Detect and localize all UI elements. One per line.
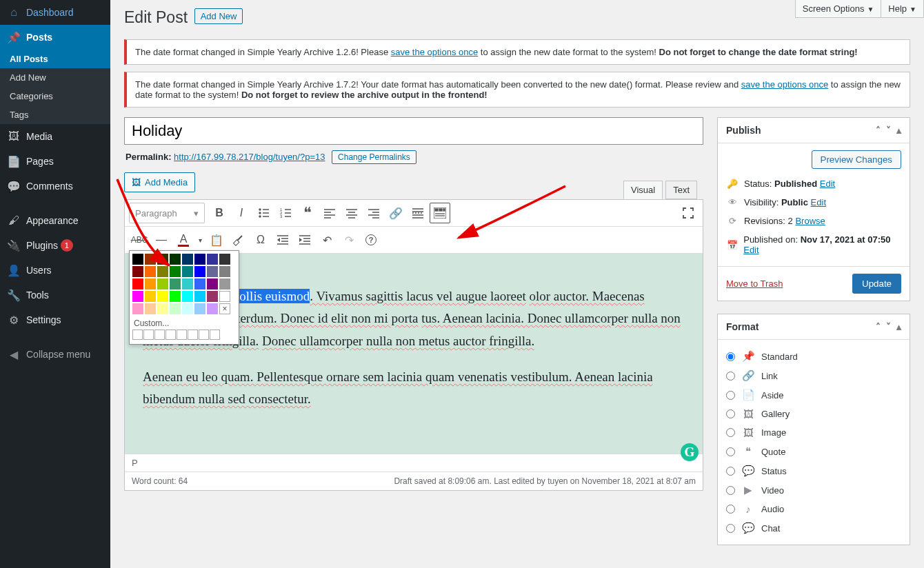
color-swatch[interactable] xyxy=(170,254,181,265)
caret-up-icon[interactable]: ▴ xyxy=(896,125,901,136)
hr-button[interactable]: — xyxy=(151,230,172,250)
color-swatch[interactable] xyxy=(132,266,143,277)
submenu-all-posts[interactable]: All Posts xyxy=(0,50,110,68)
color-swatch[interactable] xyxy=(207,291,218,302)
format-radio-audio[interactable] xyxy=(726,505,735,514)
outdent-button[interactable] xyxy=(272,230,293,250)
color-clear-button[interactable]: × xyxy=(219,303,230,314)
submenu-tags[interactable]: Tags xyxy=(0,105,110,124)
color-swatch[interactable] xyxy=(194,266,205,277)
browse-revisions-link[interactable]: Browse xyxy=(795,216,825,226)
sidebar-item-plugins[interactable]: 🔌Plugins1 xyxy=(0,233,110,258)
color-swatch[interactable] xyxy=(219,291,230,302)
format-item-video[interactable]: ▶Video xyxy=(726,480,901,500)
sidebar-item-users[interactable]: 👤Users xyxy=(0,258,110,283)
format-radio-aside[interactable] xyxy=(726,391,735,400)
color-swatch[interactable] xyxy=(132,291,143,302)
publish-box-header[interactable]: Publish ˄˅▴ xyxy=(718,118,910,143)
color-swatch[interactable] xyxy=(194,254,205,265)
blockquote-button[interactable]: ❝ xyxy=(297,203,318,223)
text-color-button[interactable]: A xyxy=(173,230,194,250)
edit-visibility-link[interactable]: Edit xyxy=(811,197,826,207)
clear-format-button[interactable] xyxy=(228,230,249,250)
special-char-button[interactable]: Ω xyxy=(250,230,271,250)
screen-options-button[interactable]: Screen Options▼ xyxy=(795,0,882,18)
paste-text-button[interactable]: 📋 xyxy=(206,230,227,250)
color-swatch[interactable] xyxy=(170,291,181,302)
redo-button[interactable]: ↷ xyxy=(339,230,359,250)
sidebar-item-posts[interactable]: 📌Posts xyxy=(0,25,110,50)
sidebar-item-appearance[interactable]: 🖌Appearance xyxy=(0,208,110,233)
format-box-header[interactable]: Format ˄˅▴ xyxy=(718,314,910,340)
color-custom-slot[interactable] xyxy=(210,329,220,340)
color-swatch[interactable] xyxy=(207,254,218,265)
format-radio-standard[interactable] xyxy=(726,352,735,361)
color-swatch[interactable] xyxy=(182,254,193,265)
submenu-categories[interactable]: Categories xyxy=(0,87,110,105)
color-swatch[interactable] xyxy=(157,278,168,290)
format-item-link[interactable]: 🔗Link xyxy=(726,366,901,385)
color-custom-slot[interactable] xyxy=(132,329,143,340)
move-to-trash-link[interactable]: Move to Trash xyxy=(726,278,783,289)
format-item-chat[interactable]: 💬Chat xyxy=(726,518,901,538)
format-radio-gallery[interactable] xyxy=(726,409,735,418)
format-radio-chat[interactable] xyxy=(726,524,735,533)
color-swatch[interactable] xyxy=(182,266,193,277)
sidebar-item-comments[interactable]: 💬Comments xyxy=(0,174,110,199)
format-item-audio[interactable]: ♪Audio xyxy=(726,500,901,518)
color-swatch[interactable] xyxy=(182,303,193,314)
color-swatch[interactable] xyxy=(157,266,168,277)
collapse-menu[interactable]: ◀Collapse menu xyxy=(0,342,110,367)
color-custom-slot[interactable] xyxy=(143,329,154,340)
paragraph-select[interactable]: Paragraph▾ xyxy=(129,203,205,223)
color-swatch[interactable] xyxy=(145,278,156,290)
chevron-up-icon[interactable]: ˄ xyxy=(876,321,881,332)
color-swatch[interactable] xyxy=(182,291,193,302)
fullscreen-button[interactable] xyxy=(678,203,699,223)
save-options-link-2[interactable]: save the options once xyxy=(741,79,828,90)
change-permalinks-button[interactable]: Change Permalinks xyxy=(332,150,416,164)
format-radio-link[interactable] xyxy=(726,372,735,381)
sidebar-item-media[interactable]: 🖼Media xyxy=(0,124,110,149)
color-swatch[interactable] xyxy=(219,254,230,265)
color-custom-slot[interactable] xyxy=(154,329,165,340)
color-swatch[interactable] xyxy=(157,303,168,314)
bold-button[interactable]: B xyxy=(209,203,230,223)
color-swatch[interactable] xyxy=(207,278,218,290)
color-swatch[interactable] xyxy=(132,303,143,314)
color-swatch[interactable] xyxy=(132,278,143,290)
link-button[interactable]: 🔗 xyxy=(385,203,406,223)
strikethrough-button[interactable]: ABC xyxy=(129,230,150,250)
tab-text[interactable]: Text xyxy=(665,181,697,199)
align-right-button[interactable] xyxy=(363,203,384,223)
sidebar-item-pages[interactable]: 📄Pages xyxy=(0,149,110,174)
color-swatch[interactable] xyxy=(194,303,205,314)
chevron-up-icon[interactable]: ˄ xyxy=(876,125,881,136)
color-swatch[interactable] xyxy=(219,266,230,277)
color-swatch[interactable] xyxy=(157,254,168,265)
color-swatch[interactable] xyxy=(170,303,181,314)
format-item-image[interactable]: 🖼Image xyxy=(726,423,901,442)
preview-changes-button[interactable]: Preview Changes xyxy=(812,150,901,169)
color-custom-slot[interactable] xyxy=(199,329,209,340)
color-swatch[interactable] xyxy=(132,254,143,265)
color-custom-slot[interactable] xyxy=(188,329,198,340)
color-swatch[interactable] xyxy=(170,266,181,277)
submenu-add-new[interactable]: Add New xyxy=(0,68,110,87)
color-swatch[interactable] xyxy=(182,278,193,290)
color-swatch[interactable] xyxy=(207,266,218,277)
color-custom-slot[interactable] xyxy=(177,329,187,340)
ol-button[interactable]: 123 xyxy=(275,203,296,223)
edit-status-link[interactable]: Edit xyxy=(820,179,835,189)
caret-up-icon[interactable]: ▴ xyxy=(896,321,901,332)
format-item-standard[interactable]: 📌Standard xyxy=(726,347,901,366)
color-swatch[interactable] xyxy=(219,278,230,290)
sidebar-item-dashboard[interactable]: ⌂Dashboard xyxy=(0,0,110,25)
color-swatch[interactable] xyxy=(145,291,156,302)
text-color-dropdown[interactable]: ▾ xyxy=(195,230,205,250)
ul-button[interactable] xyxy=(253,203,274,223)
color-custom-slot[interactable] xyxy=(165,329,176,340)
save-options-link-1[interactable]: save the options once xyxy=(391,47,478,57)
help-icon-button[interactable]: ? xyxy=(361,230,381,250)
format-radio-status[interactable] xyxy=(726,467,735,476)
